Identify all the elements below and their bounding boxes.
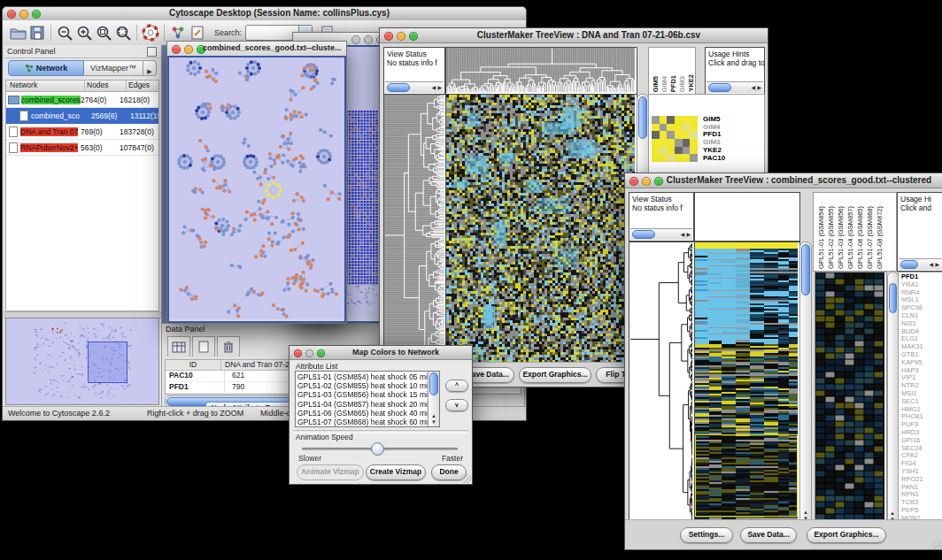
treeview1-column-dendrogram[interactable] xyxy=(445,47,637,95)
zoom-in-icon[interactable] xyxy=(74,23,94,42)
col-header-network[interactable]: Network xyxy=(6,81,85,91)
matrix-cell[interactable] xyxy=(660,147,668,155)
scroll-right-icon[interactable]: ▶ xyxy=(935,262,939,267)
select-attributes-icon[interactable] xyxy=(167,336,190,357)
attribute-list-item[interactable]: GPL51-04 (GSM857) heat shock 20 min xyxy=(297,400,428,409)
matrix-cell[interactable] xyxy=(690,139,698,147)
matrix-cell[interactable] xyxy=(660,139,668,147)
cytoscape-titlebar[interactable]: Cytoscape Desktop (Session Name: collins… xyxy=(3,7,526,21)
tab-overflow-button[interactable]: ▶ xyxy=(143,60,157,76)
col-header-nodes[interactable]: Nodes xyxy=(85,81,127,91)
matrix-cell[interactable] xyxy=(675,139,683,147)
close-button[interactable] xyxy=(629,177,638,186)
vizmapper-icon[interactable] xyxy=(168,23,188,42)
matrix-cell[interactable] xyxy=(683,154,691,162)
matrix-cell[interactable] xyxy=(683,139,691,147)
export-graphics-button[interactable]: Export Graphics... xyxy=(519,367,591,383)
network-window-1-titlebar[interactable]: combined_scores_good.txt--cluste... xyxy=(167,42,346,57)
network-list-row[interactable]: combined_sco2569(6)13112(15) xyxy=(6,108,158,124)
attribute-list-item[interactable]: GPL51-01 (GSM854) heat shock 05 min xyxy=(297,372,428,381)
view-status-scrollbar[interactable]: ◀ ▶ xyxy=(385,81,444,93)
view-status-scrollbar[interactable]: ◀ ▶ xyxy=(630,228,692,240)
scroll-up-icon[interactable]: ▲ xyxy=(803,510,808,515)
scroll-right-icon[interactable]: ▶ xyxy=(757,85,761,90)
tab-network[interactable]: Network xyxy=(8,60,84,76)
attribute-list-item[interactable]: GPL51-07 (GSM868) heat shock 60 min xyxy=(297,418,428,426)
matrix-cell[interactable] xyxy=(675,116,683,124)
matrix-cell[interactable] xyxy=(652,147,660,155)
matrix-cell[interactable] xyxy=(690,116,698,124)
close-button[interactable] xyxy=(7,10,16,19)
attribute-listbox[interactable]: GPL51-01 (GSM854) heat shock 05 minGPL51… xyxy=(295,371,440,427)
export-graphics-button[interactable]: Export Graphics... xyxy=(807,527,886,543)
matrix-cell[interactable] xyxy=(660,131,668,139)
attribute-list-item[interactable]: GPL51-06 (GSM865) heat shock 40 min xyxy=(297,409,428,418)
annotation-icon[interactable] xyxy=(188,23,207,42)
usage-hints-scrollbar[interactable]: ◀ ▶ xyxy=(706,81,763,93)
matrix-cell[interactable] xyxy=(690,131,698,139)
scroll-left-icon[interactable]: ◀ xyxy=(680,232,684,237)
scroll-left-icon[interactable]: ◀ xyxy=(431,85,436,90)
minimize-button[interactable] xyxy=(305,349,313,357)
matrix-cell[interactable] xyxy=(652,139,660,147)
col-header-edges[interactable]: Edges xyxy=(127,81,158,91)
network-list-row[interactable]: RNAPuberNov2+563(0)107847(0) xyxy=(6,140,158,156)
listbox-scrollbar[interactable]: ▲ ▼ xyxy=(428,372,439,426)
matrix-cell[interactable] xyxy=(660,116,668,124)
scroll-up-icon[interactable]: ▲ xyxy=(890,510,895,516)
tab-vizmapper[interactable]: VizMapper™ xyxy=(84,60,143,76)
treeview2-heatmap[interactable] xyxy=(694,242,800,524)
matrix-cell[interactable] xyxy=(667,147,675,155)
matrix-cell[interactable] xyxy=(667,116,675,124)
matrix-cell[interactable] xyxy=(652,124,660,132)
save-session-icon[interactable] xyxy=(27,23,47,42)
matrix-cell[interactable] xyxy=(675,154,683,162)
matrix-cell[interactable] xyxy=(652,154,660,162)
minimize-button[interactable] xyxy=(184,45,193,54)
network-view-1[interactable] xyxy=(167,56,346,323)
matrix-cell[interactable] xyxy=(683,131,691,139)
minimize-button[interactable] xyxy=(397,32,405,41)
zoom-button[interactable] xyxy=(317,349,325,357)
move-down-button[interactable]: v xyxy=(445,399,468,411)
save-data-button[interactable]: Save Data... xyxy=(740,527,797,543)
scroll-left-icon[interactable]: ◀ xyxy=(929,262,933,267)
minimize-button[interactable] xyxy=(19,10,28,19)
delete-attribute-icon[interactable] xyxy=(217,336,240,357)
matrix-cell[interactable] xyxy=(660,124,668,132)
treeview1-heatmap[interactable] xyxy=(445,94,637,369)
network-list-row[interactable]: combined_scores2764(0)16218(0) xyxy=(6,92,158,108)
attribute-list-item[interactable]: GPL51-02 (GSM855) heat shock 10 min xyxy=(297,381,428,390)
resize-grip[interactable] xyxy=(932,539,942,548)
matrix-cell[interactable] xyxy=(660,154,668,162)
settings-button[interactable]: Settings... xyxy=(680,527,733,543)
matrix-cell[interactable] xyxy=(667,124,675,132)
speed-slider-thumb[interactable] xyxy=(371,442,384,456)
zoom-out-icon[interactable] xyxy=(55,23,74,42)
matrix-cell[interactable] xyxy=(683,116,691,124)
matrix-cell[interactable] xyxy=(675,124,683,132)
zoom-selected-icon[interactable] xyxy=(94,23,113,42)
scroll-right-icon[interactable]: ▶ xyxy=(437,85,442,90)
minimize-button[interactable] xyxy=(364,35,373,44)
similarity-matrix[interactable] xyxy=(652,116,698,162)
close-button[interactable] xyxy=(294,349,302,357)
treeview2-zoom-heatmap[interactable] xyxy=(815,272,887,525)
scroll-down-icon[interactable]: ▼ xyxy=(431,419,436,425)
matrix-cell[interactable] xyxy=(690,124,698,132)
close-button[interactable] xyxy=(384,32,393,41)
close-button[interactable] xyxy=(351,35,360,44)
matrix-cell[interactable] xyxy=(683,124,691,132)
attribute-list-item[interactable]: GPL51-03 (GSM856) heat shock 15 min xyxy=(297,390,428,399)
close-button[interactable] xyxy=(172,45,181,54)
matrix-cell[interactable] xyxy=(675,147,683,155)
open-session-icon[interactable] xyxy=(8,23,27,42)
matrix-cell[interactable] xyxy=(667,139,675,147)
help-lifering-icon[interactable] xyxy=(141,23,160,42)
attr-col-id[interactable]: ID xyxy=(166,360,221,370)
scroll-left-icon[interactable]: ◀ xyxy=(751,85,755,90)
matrix-cell[interactable] xyxy=(652,131,660,139)
treeview2-row-dendrogram[interactable] xyxy=(629,242,695,524)
matrix-cell[interactable] xyxy=(675,131,683,139)
network-overview-panel[interactable] xyxy=(5,318,159,405)
